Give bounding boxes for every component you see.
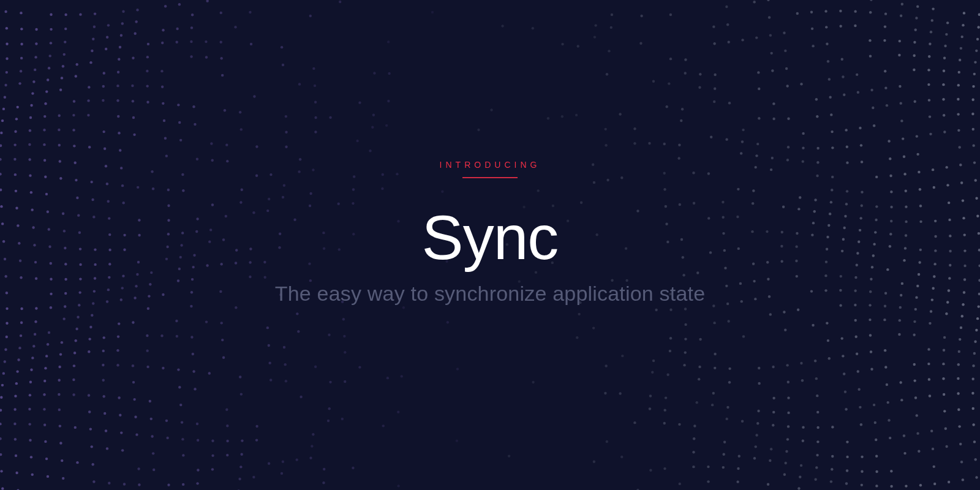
- hero-title: Sync: [422, 205, 559, 271]
- hero-banner: INTRODUCING Sync The easy way to synchro…: [0, 0, 980, 490]
- hero-subtitle: The easy way to synchronize application …: [275, 282, 706, 306]
- eyebrow-label: INTRODUCING: [440, 160, 541, 178]
- hero-content: INTRODUCING Sync The easy way to synchro…: [0, 0, 980, 478]
